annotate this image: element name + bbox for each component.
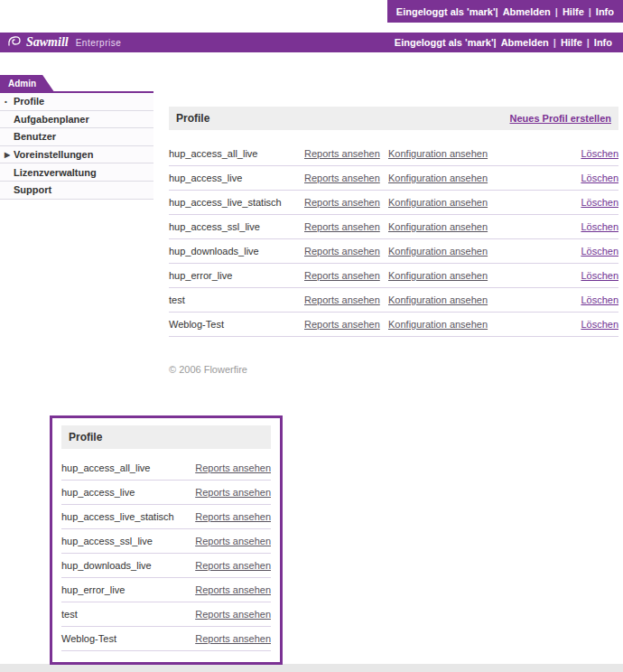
profile-row: hup_access_live_statisch Reports ansehen… [169,191,618,215]
top-strip: Eingeloggt als 'mark'| Abmelden | Hilfe … [0,0,623,23]
inset-reports-link[interactable]: Reports ansehen [195,584,271,595]
sidebar-item-support[interactable]: Support [0,182,153,200]
profile-name: hup_access_live_statisch [169,197,304,208]
brand-bar: Sawmill Enterprise Eingeloggt als 'mark'… [0,33,623,52]
sidebar-item-voreinstellungen[interactable]: ▶ Voreinstellungen [0,146,153,164]
separator: | [589,6,591,17]
bottom-strip [0,664,623,672]
reports-link[interactable]: Reports ansehen [304,148,380,159]
inset-row: Weblog-Test Reports ansehen [61,627,271,651]
inset-reports-link[interactable]: Reports ansehen [195,609,271,620]
config-link[interactable]: Konfiguration ansehen [388,148,488,159]
inset-reports-link[interactable]: Reports ansehen [195,487,271,498]
profile-table: hup_access_all_live Reports ansehen Konf… [169,142,618,337]
inset-profile-name: Weblog-Test [61,633,116,644]
sidebar-item-label: Profile [14,96,44,107]
profile-row: hup_error_live Reports ansehen Konfigura… [169,264,618,288]
separator: | [555,6,558,17]
reports-link[interactable]: Reports ansehen [304,173,380,183]
sawmill-logo-icon [7,34,22,51]
reports-link[interactable]: Reports ansehen [304,294,380,305]
profile-name: Weblog-Test [169,319,304,330]
config-link[interactable]: Konfiguration ansehen [388,197,488,208]
sidebar-item-lizenzverwaltung[interactable]: Lizenzverwaltung [0,163,153,182]
reports-link[interactable]: Reports ansehen [304,246,380,257]
chevron-right-icon: ▶ [5,151,14,159]
tab-admin[interactable]: Admin [0,75,54,92]
brand: Sawmill Enterprise [7,34,121,51]
config-link[interactable]: Konfiguration ansehen [388,319,488,330]
sidebar-item-label: Voreinstellungen [14,149,93,160]
brand-edition: Enterprise [76,38,122,48]
reports-link[interactable]: Reports ansehen [304,319,380,330]
config-link[interactable]: Konfiguration ansehen [388,270,488,281]
config-link[interactable]: Konfiguration ansehen [388,246,488,257]
reports-link[interactable]: Reports ansehen [304,221,380,232]
tab-row: Admin [0,74,623,91]
delete-link[interactable]: Löschen [581,197,618,208]
inset-row: hup_downloads_live Reports ansehen [61,554,271,578]
info-link[interactable]: Info [596,6,614,17]
delete-link[interactable]: Löschen [581,294,618,305]
profile-name: hup_error_live [169,270,304,281]
separator: | [553,37,556,48]
inset-profile-name: hup_access_ssl_live [61,536,153,546]
sidebar: • Profile Aufgabenplaner Benutzer ▶ Vore… [0,91,153,200]
sidebar-item-label: Support [14,184,51,195]
inset-row: test Reports ansehen [61,602,271,627]
content: • Profile Aufgabenplaner Benutzer ▶ Vore… [0,91,623,375]
inset-reports-link[interactable]: Reports ansehen [195,462,271,473]
logout-link[interactable]: Abmelden [503,6,551,17]
page-title: Profile [176,112,209,125]
help-link[interactable]: Hilfe [561,37,582,48]
session-bar-top: Eingeloggt als 'mark'| Abmelden | Hilfe … [387,0,623,23]
reports-link[interactable]: Reports ansehen [304,197,380,208]
profile-name: hup_access_live [169,173,304,183]
help-link[interactable]: Hilfe [563,6,584,17]
delete-link[interactable]: Löschen [581,270,618,281]
logout-link[interactable]: Abmelden [501,37,549,48]
session-bar-header: Eingeloggt als 'mark'| Abmelden | Hilfe … [386,33,621,52]
create-profile-link[interactable]: Neues Profil erstellen [510,113,612,124]
inset-title: Profile [61,425,271,449]
reports-link[interactable]: Reports ansehen [304,270,380,281]
inset-profile-name: hup_access_all_live [61,462,150,473]
info-link[interactable]: Info [594,37,612,48]
config-link[interactable]: Konfiguration ansehen [388,221,488,232]
delete-link[interactable]: Löschen [581,173,618,183]
profile-row: Weblog-Test Reports ansehen Konfiguratio… [169,313,618,337]
sidebar-item-label: Benutzer [14,131,56,142]
delete-link[interactable]: Löschen [581,221,618,232]
inset-row: hup_access_all_live Reports ansehen [61,456,271,481]
delete-link[interactable]: Löschen [581,246,618,257]
config-link[interactable]: Konfiguration ansehen [388,294,488,305]
sidebar-item-benutzer[interactable]: Benutzer [0,128,153,146]
inset-profile-name: hup_downloads_live [61,560,152,571]
profile-name: hup_access_all_live [169,148,304,159]
inset-reports-link[interactable]: Reports ansehen [195,560,271,571]
delete-link[interactable]: Löschen [581,148,618,159]
inset-row: hup_access_live_statisch Reports ansehen [61,505,271,529]
profile-row: hup_access_ssl_live Reports ansehen Konf… [169,215,618,239]
inset-reports-link[interactable]: Reports ansehen [195,536,271,546]
sidebar-item-label: Lizenzverwaltung [14,167,97,178]
config-link[interactable]: Konfiguration ansehen [388,173,488,183]
inset-reports-link[interactable]: Reports ansehen [195,633,271,644]
logged-in-text: Eingeloggt als 'mark'| [395,37,497,48]
inset-row: hup_access_live Reports ansehen [61,481,271,505]
footer-copyright: © 2006 Flowerfire [169,364,618,375]
zoom-callout: Profile hup_access_all_live Reports anse… [50,415,283,665]
inset-reports-link[interactable]: Reports ansehen [195,511,271,522]
bullet-icon: • [5,98,14,106]
profile-row: hup_access_live Reports ansehen Konfigur… [169,166,618,191]
sidebar-item-profile[interactable]: • Profile [0,93,153,111]
profile-name: hup_downloads_live [169,246,304,257]
delete-link[interactable]: Löschen [581,319,618,330]
inset-row: hup_access_ssl_live Reports ansehen [61,529,271,554]
profile-row: hup_downloads_live Reports ansehen Konfi… [169,239,618,264]
profile-name: test [169,294,304,305]
sidebar-item-aufgabenplaner[interactable]: Aufgabenplaner [0,111,153,129]
sidebar-item-label: Aufgabenplaner [14,114,89,125]
inset-row: hup_error_live Reports ansehen [61,578,271,602]
separator: | [587,37,590,48]
